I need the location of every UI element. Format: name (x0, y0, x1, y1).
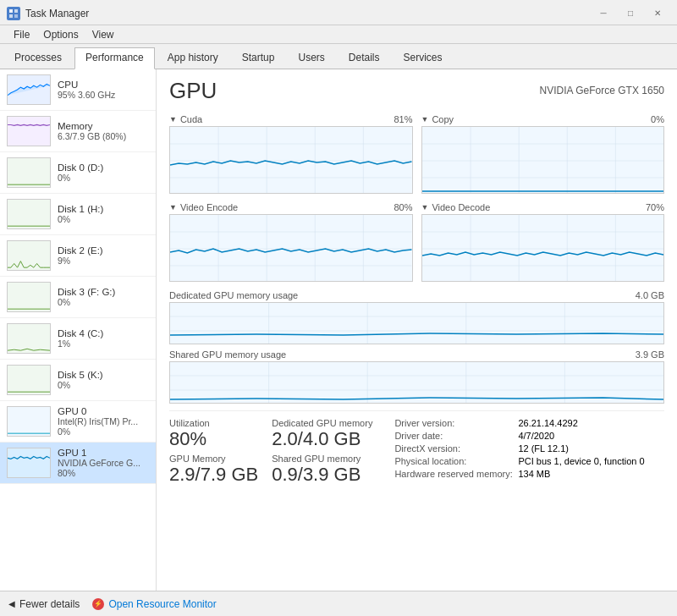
gpu-detail-panel: GPU NVIDIA GeForce GTX 1650 ▼ Cuda 81% (157, 69, 677, 591)
sidebar-item-cpu[interactable]: CPU 95% 3.60 GHz (0, 69, 156, 111)
cuda-chart-container: ▼ Cuda 81% (169, 114, 413, 194)
tab-services[interactable]: Services (393, 47, 454, 69)
shared-mem-stat-label: Shared GPU memory (272, 454, 372, 464)
disk5-mini-graph (7, 365, 51, 395)
dedicated-mem-stat-value: 2.0/4.0 GB (272, 428, 372, 450)
gpu0-subname: Intel(R) Iris(TM) Pr... (58, 416, 138, 426)
physical-location-key: Physical location: (394, 456, 513, 466)
sidebar-item-gpu0[interactable]: GPU 0 Intel(R) Iris(TM) Pr... 0% (0, 401, 156, 443)
svg-rect-0 (9, 9, 13, 13)
sidebar-item-disk5[interactable]: Disk 5 (K:) 0% (0, 360, 156, 401)
utilization-value: 80% (169, 428, 258, 450)
sidebar-item-disk0[interactable]: Disk 0 (D:) 0% (0, 152, 156, 194)
svg-rect-6 (8, 158, 50, 187)
cuda-percentage: 81% (394, 114, 412, 124)
close-button[interactable]: ✕ (645, 6, 670, 21)
tab-details[interactable]: Details (338, 47, 391, 69)
gpu-title: GPU (169, 78, 217, 104)
copy-label: Copy (432, 114, 454, 124)
svg-rect-2 (9, 14, 13, 18)
stats-section: Utilization 80% GPU Memory 2.9/7.9 GB De… (169, 410, 664, 486)
tab-app-history[interactable]: App history (157, 47, 229, 69)
directx-row: DirectX version: 12 (FL 12.1) (394, 443, 644, 454)
tab-users[interactable]: Users (287, 47, 335, 69)
svg-rect-12 (8, 407, 50, 436)
sidebar-item-gpu1[interactable]: GPU 1 NVIDIA GeForce G... 80% (0, 443, 156, 484)
shared-mem-max: 3.9 GB (636, 349, 664, 360)
gpu-memory-label: GPU Memory (169, 454, 258, 464)
dedicated-gpu-mem-section: Dedicated GPU memory usage 4.0 GB (169, 290, 664, 344)
sidebar-item-disk4[interactable]: Disk 4 (C:) 1% (0, 318, 156, 360)
menu-file[interactable]: File (7, 27, 36, 42)
menu-view[interactable]: View (85, 27, 121, 42)
dedicated-mem-chart (169, 302, 664, 344)
video-decode-chart (421, 214, 665, 282)
minimize-button[interactable]: ─ (591, 6, 616, 21)
tab-processes[interactable]: Processes (3, 47, 73, 69)
driver-date-row: Driver date: 4/7/2020 (394, 431, 644, 441)
charts-row-1: ▼ Cuda 81% (169, 114, 664, 194)
maximize-button[interactable]: □ (618, 6, 643, 21)
charts-row-2: ▼ Video Encode 80% (169, 202, 664, 282)
fewer-details-button[interactable]: ◀ Fewer details (8, 598, 80, 610)
shared-mem-chart (169, 361, 664, 404)
svg-rect-11 (8, 366, 50, 394)
shared-mem-header: Shared GPU memory usage 3.9 GB (169, 349, 664, 360)
video-encode-header: ▼ Video Encode 80% (169, 202, 413, 212)
decode-label: Video Decode (432, 202, 490, 212)
app-title: Task Manager (25, 8, 89, 19)
cuda-label: Cuda (180, 114, 202, 124)
svg-rect-9 (8, 283, 50, 311)
dedicated-mem-stat-label: Dedicated GPU memory (272, 418, 372, 428)
video-decode-header: ▼ Video Decode 70% (421, 202, 665, 212)
hw-reserved-key: Hardware reserved memory: (394, 469, 513, 479)
cpu-value: 95% 3.60 GHz (58, 90, 115, 100)
sidebar-item-disk2[interactable]: Disk 2 (E:) 9% (0, 235, 156, 277)
cpu-mini-graph (7, 74, 51, 105)
gpu-device-name: NVIDIA GeForce GTX 1650 (540, 78, 664, 96)
video-encode-chart (169, 214, 413, 282)
disk4-value: 1% (58, 338, 103, 349)
memory-mini-graph (7, 116, 51, 146)
menu-bar: File Options View (0, 25, 677, 44)
svg-rect-14 (170, 127, 412, 194)
physical-location-row: Physical location: PCI bus 1, device 0, … (394, 456, 644, 466)
window-controls: ─ □ ✕ (591, 6, 670, 21)
dedicated-mem-label: Dedicated GPU memory usage (169, 290, 298, 300)
dedicated-mem-header: Dedicated GPU memory usage 4.0 GB (169, 290, 664, 300)
tab-performance[interactable]: Performance (74, 47, 155, 69)
driver-date-val: 4/7/2020 (518, 431, 554, 441)
copy-chart-header: ▼ Copy 0% (421, 114, 665, 124)
copy-chevron: ▼ (421, 115, 429, 124)
sidebar-item-memory[interactable]: Memory 6.3/7.9 GB (80%) (0, 111, 156, 152)
shared-mem-stat-value: 0.9/3.9 GB (272, 464, 372, 486)
cuda-chart (169, 126, 413, 194)
app-icon (7, 7, 20, 20)
gpu1-value: 80% (58, 468, 140, 478)
disk0-value: 0% (58, 173, 103, 183)
gpu-header: GPU NVIDIA GeForce GTX 1650 (169, 78, 664, 104)
svg-rect-3 (14, 14, 18, 18)
disk2-label: Disk 2 (E:) (58, 245, 103, 256)
sidebar-item-disk1[interactable]: Disk 1 (H:) 0% (0, 194, 156, 235)
tab-startup[interactable]: Startup (231, 47, 286, 69)
gpu0-mini-graph (7, 406, 51, 437)
sidebar-item-disk3[interactable]: Disk 3 (F: G:) 0% (0, 277, 156, 318)
disk0-mini-graph (7, 157, 51, 188)
disk4-mini-graph (7, 323, 51, 354)
encode-label: Video Encode (180, 202, 238, 212)
copy-chart-container: ▼ Copy 0% (421, 114, 665, 194)
menu-options[interactable]: Options (36, 27, 85, 42)
disk2-mini-graph (7, 240, 51, 271)
disk5-label: Disk 5 (K:) (58, 370, 103, 380)
open-resource-monitor-link[interactable]: ⚡ Open Resource Monitor (92, 598, 216, 610)
fewer-details-label: Fewer details (19, 598, 80, 610)
svg-rect-1 (14, 9, 18, 13)
memory-value: 6.3/7.9 GB (80%) (58, 131, 126, 141)
directx-key: DirectX version: (394, 443, 513, 454)
copy-percentage: 0% (651, 114, 664, 124)
disk1-value: 0% (58, 214, 103, 224)
gpu0-label: GPU 0 (58, 406, 138, 416)
driver-version-key: Driver version: (394, 418, 513, 428)
memory-label: Memory (58, 121, 126, 131)
